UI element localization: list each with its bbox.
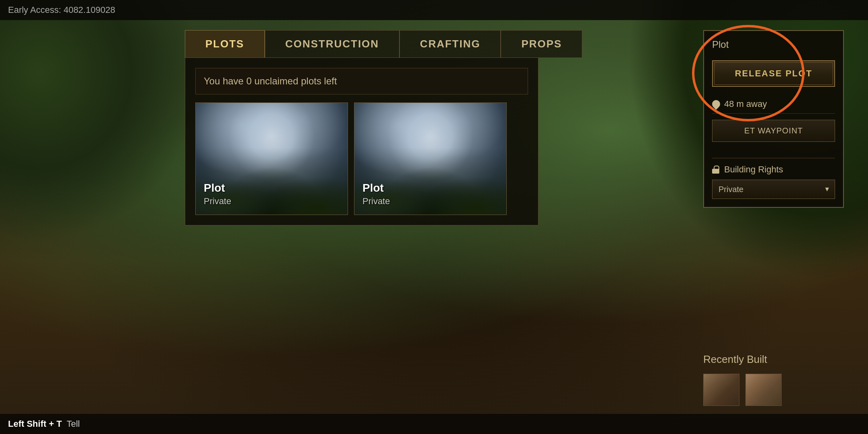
recently-built-item-2[interactable] — [745, 374, 782, 406]
tab-crafting[interactable]: CRAFTING — [399, 30, 501, 57]
plot-card-2[interactable]: Plot Private — [354, 102, 507, 215]
recently-built-title: Recently Built — [703, 353, 844, 366]
recently-built-item-1[interactable] — [703, 374, 739, 406]
plot-sublabel-2: Private — [362, 196, 390, 207]
location-icon — [710, 98, 722, 110]
divider — [712, 158, 835, 158]
tab-bar: PLOTS CONSTRUCTION CRAFTING PROPS — [185, 30, 538, 57]
tab-construction[interactable]: CONSTRUCTION — [265, 30, 399, 57]
plot-label-1: Plot — [204, 182, 225, 194]
bottombar: Left Shift + T Tell — [0, 414, 868, 434]
building-rights-label: Building Rights — [724, 164, 783, 175]
building-rights-row: Building Rights — [712, 164, 835, 175]
distance-row: 48 m away — [712, 95, 835, 114]
recently-built-section: Recently Built — [703, 353, 844, 406]
hint-label: Left Shift + T Tell — [8, 419, 80, 429]
building-rights-select[interactable]: Private Friends Guild Public — [712, 180, 835, 199]
release-plot-button[interactable]: RELEASE PLOT — [712, 60, 835, 87]
content-panel: You have 0 unclaimed plots left Plot Pri… — [185, 57, 538, 225]
plot-card-1[interactable]: Plot Private — [195, 102, 348, 215]
tab-plots[interactable]: PLOTS — [185, 30, 265, 57]
hint-key: Left Shift + T — [8, 419, 62, 429]
right-panel: Plot RELEASE PLOT 48 m away ET WAYPOINT … — [703, 30, 844, 208]
waypoint-button[interactable]: ET WAYPOINT — [712, 120, 835, 142]
lock-icon — [712, 166, 719, 174]
tab-props[interactable]: PROPS — [501, 30, 582, 57]
unclaimed-notice: You have 0 unclaimed plots left — [195, 68, 528, 94]
main-panel: PLOTS CONSTRUCTION CRAFTING PROPS You ha… — [185, 30, 538, 225]
bg-trees-left — [0, 0, 201, 241]
private-select-wrapper: Private Friends Guild Public ▼ — [712, 180, 835, 199]
plot-sublabel-1: Private — [204, 196, 231, 207]
version-label: Early Access: 4082.109028 — [8, 5, 115, 15]
plot-grid: Plot Private Plot Private — [195, 102, 528, 215]
plot-label-2: Plot — [362, 182, 384, 194]
right-panel-inner: Plot RELEASE PLOT 48 m away ET WAYPOINT … — [703, 30, 844, 208]
right-panel-title: Plot — [712, 39, 835, 54]
recently-built-items — [703, 374, 844, 406]
topbar: Early Access: 4082.109028 — [0, 0, 868, 20]
distance-text: 48 m away — [724, 99, 767, 109]
